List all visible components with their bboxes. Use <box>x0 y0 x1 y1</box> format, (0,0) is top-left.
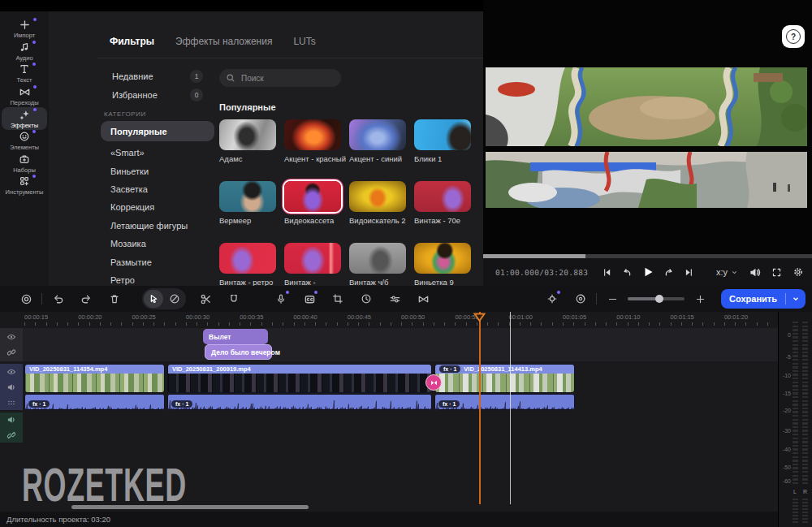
eye-toggle[interactable] <box>6 332 16 342</box>
zoom-slider-knob[interactable] <box>655 295 663 303</box>
category-item[interactable]: Летающие фигуры <box>101 217 214 235</box>
jump-back-button[interactable] <box>621 266 633 278</box>
zoom-out-icon[interactable] <box>604 291 620 307</box>
video-track-header[interactable] <box>0 364 23 410</box>
effect-thumbnail[interactable] <box>219 243 276 274</box>
jump-forward-button[interactable] <box>663 266 675 278</box>
effect-thumbnail[interactable] <box>349 181 406 212</box>
gear-button[interactable] <box>793 266 804 278</box>
undo-button[interactable] <box>50 291 66 307</box>
sidebar-item-import[interactable]: Импорт <box>2 18 47 41</box>
audio-clip[interactable]: fx · 1 <box>24 394 165 410</box>
sidebar-item-elements[interactable]: Элементы <box>2 130 47 153</box>
trash-button[interactable] <box>106 291 123 307</box>
scissors-button[interactable] <box>197 291 214 307</box>
tab-filters[interactable]: Фильтры <box>110 36 154 47</box>
text-clip[interactable]: Вылет <box>203 329 268 344</box>
effect-thumbnail[interactable] <box>414 243 471 274</box>
category-item[interactable]: Мозаика <box>101 235 214 253</box>
collection-item[interactable]: Недавние1 <box>112 70 203 83</box>
dots-toggle[interactable] <box>6 398 16 408</box>
fullscreen-button[interactable] <box>771 267 782 278</box>
color-wheel-button[interactable] <box>572 291 589 307</box>
audio-effects-button[interactable] <box>544 291 560 307</box>
save-button[interactable]: Сохранить <box>721 289 806 309</box>
sidebar-item-transitions[interactable]: Переходы <box>2 85 47 108</box>
transition-button[interactable] <box>415 291 431 307</box>
category-item[interactable]: Засветка <box>101 180 214 198</box>
effect-card[interactable]: Винтаж - <box>284 243 341 287</box>
video-clip[interactable]: VID_20250831_114354.mp4 <box>24 364 165 393</box>
effect-card[interactable]: Акцент - синий <box>349 119 406 163</box>
timeline-ruler[interactable]: 00:00:1500:00:2000:00:2500:00:3000:00:35… <box>0 312 778 328</box>
mic-button[interactable] <box>273 291 289 307</box>
effect-thumbnail[interactable] <box>284 119 341 150</box>
sidebar-item-sets[interactable]: Наборы <box>2 153 47 175</box>
effect-card[interactable]: Акцент - красный <box>284 119 341 163</box>
effect-thumbnail[interactable] <box>349 119 406 150</box>
search-box[interactable] <box>219 69 341 87</box>
magnet-button[interactable] <box>226 291 242 307</box>
collection-item[interactable]: Избранное0 <box>112 89 203 102</box>
effect-thumbnail[interactable] <box>284 243 341 274</box>
eye-toggle[interactable] <box>6 367 16 377</box>
link-toggle[interactable] <box>6 348 16 357</box>
timeline-zoom-slider[interactable] <box>628 297 685 300</box>
tab-overlay-effects[interactable]: Эффекты наложения <box>175 36 272 47</box>
effect-thumbnail[interactable] <box>349 243 406 274</box>
sliders-button[interactable] <box>387 291 403 307</box>
category-item[interactable]: Коррекция <box>101 198 214 216</box>
tab-luts[interactable]: LUTs <box>293 36 315 47</box>
razor-button[interactable] <box>165 290 184 308</box>
play-button[interactable] <box>641 266 654 279</box>
volume-small-toggle[interactable] <box>6 415 16 425</box>
text-clip[interactable]: Дело было вечером <box>205 344 272 360</box>
effect-thumbnail[interactable] <box>414 119 471 150</box>
zoom-in-icon[interactable] <box>692 291 708 307</box>
audio-track-header[interactable] <box>0 413 23 443</box>
transition-badge[interactable] <box>425 374 442 391</box>
redo-button[interactable] <box>78 291 94 307</box>
category-item[interactable]: Популярные <box>101 121 214 141</box>
cursor-button[interactable] <box>144 290 163 308</box>
video-clip[interactable]: VID_20250831_200919.mp4 <box>167 364 432 393</box>
aspect-ratio-menu[interactable]: x:y <box>716 267 738 277</box>
effect-card[interactable]: Винтаж ч/б <box>349 243 406 287</box>
skip-forward-button[interactable] <box>684 267 694 278</box>
speed-button[interactable] <box>358 291 374 307</box>
crop-button[interactable] <box>330 291 346 307</box>
search-input[interactable] <box>240 73 332 84</box>
category-item[interactable]: Размытие <box>101 253 214 270</box>
playhead-line[interactable] <box>479 312 481 504</box>
playhead-handle[interactable] <box>473 313 486 322</box>
captions-button[interactable] <box>301 291 317 307</box>
effect-card[interactable]: Винтаж - 70е <box>414 181 471 225</box>
skip-back-button[interactable] <box>602 267 612 278</box>
effect-card[interactable]: Видеокассета <box>284 181 341 225</box>
sidebar-item-tools[interactable]: Инструменты <box>2 175 47 197</box>
effect-card[interactable]: Винтаж - ретро <box>219 243 276 287</box>
effect-thumbnail[interactable] <box>284 181 341 212</box>
category-item[interactable]: Виньетки <box>101 162 214 179</box>
audio-clip[interactable]: fx · 1 <box>434 394 575 410</box>
text-track-header[interactable] <box>0 328 23 361</box>
category-item[interactable]: «Smart» <box>101 144 214 162</box>
effect-thumbnail[interactable] <box>219 119 276 150</box>
volume-button[interactable] <box>749 266 761 279</box>
effect-card[interactable]: Вермеер <box>219 181 276 225</box>
sidebar-item-effects[interactable]: Эффекты <box>2 107 47 130</box>
effect-card[interactable]: Видоискатель 2 <box>349 181 406 225</box>
effect-card[interactable]: Виньетка 9 <box>414 243 471 287</box>
sidebar-item-audio[interactable]: Аудио <box>2 41 47 63</box>
sidebar-item-text[interactable]: Текст <box>2 63 47 85</box>
audio-clip[interactable]: fx · 1 <box>167 394 432 410</box>
video-clip[interactable]: fx · 1VID_20250831_114413.mp4 <box>434 364 575 393</box>
record-icon[interactable] <box>18 291 34 307</box>
effect-thumbnail[interactable] <box>219 181 276 212</box>
effect-card[interactable]: Адамс <box>219 119 276 163</box>
link-off-toggle[interactable] <box>6 430 16 440</box>
volume-small-toggle[interactable] <box>6 382 16 392</box>
help-button[interactable]: ? <box>782 25 805 48</box>
effect-thumbnail[interactable] <box>414 181 471 212</box>
effect-card[interactable]: Блики 1 <box>414 119 471 163</box>
